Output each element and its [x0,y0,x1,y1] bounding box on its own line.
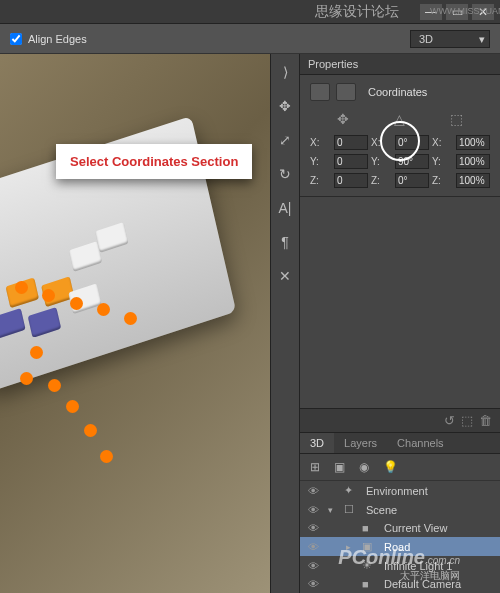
type-icon: ✦ [344,484,360,497]
visibility-icon[interactable]: 👁 [308,522,322,534]
render-icon[interactable]: ⬚ [461,413,473,428]
x-rot-input[interactable] [395,135,429,150]
visibility-icon[interactable]: 👁 [308,578,322,590]
x-scale-input[interactable] [456,135,490,150]
path-point[interactable] [100,450,113,463]
reset-icon[interactable]: ↺ [444,413,455,428]
workspace-select[interactable]: 3D [410,30,490,48]
tool-rotate-icon[interactable]: ↻ [275,164,295,184]
coordinates-button[interactable] [336,83,356,101]
tab-3d[interactable]: 3D [300,433,334,453]
item-label: Current View [384,522,447,534]
coordinates-grid: X: X: X: Y: Y: Y: Z: Z: Z: [310,135,490,188]
canvas-area[interactable]: Select Coordinates Section [0,54,270,593]
visibility-icon[interactable]: 👁 [308,541,322,553]
expand-icon[interactable]: ▸ [346,542,356,552]
visibility-icon[interactable]: 👁 [308,485,322,497]
y-scale-input[interactable] [456,154,490,169]
type-icon: ■ [362,522,378,534]
expand-icon[interactable]: ⟩ [275,62,295,82]
rotation-icon: △ [394,111,405,127]
filter-scene-icon[interactable]: ⊞ [310,460,320,474]
forum-title: 思缘设计论坛 [315,3,399,21]
tab-channels[interactable]: Channels [387,433,453,453]
filter-material-icon[interactable]: ◉ [359,460,369,474]
path-point[interactable] [42,289,55,302]
visibility-icon[interactable]: 👁 [308,504,322,516]
tool-scale-icon[interactable]: ⤢ [275,130,295,150]
z-rot-label: Z: [371,175,392,186]
properties-tab[interactable]: Properties [300,54,500,75]
x-scale-label: X: [432,137,453,148]
properties-footer: ↺ ⬚ 🗑 [300,408,500,433]
path-point[interactable] [70,297,83,310]
scene-tree: 👁✦Environment👁▾☐Scene👁■Current View👁▸▣Ro… [300,481,500,593]
path-point[interactable] [30,346,43,359]
scene-item-road[interactable]: 👁▸▣Road [300,537,500,556]
z-scale-label: Z: [432,175,453,186]
tool-text-icon[interactable]: A| [275,198,295,218]
item-label: Environment [366,485,428,497]
expand-icon[interactable]: ▾ [328,505,338,515]
path-point[interactable] [66,400,79,413]
scene-item-environment[interactable]: 👁✦Environment [300,481,500,500]
path-point[interactable] [97,303,110,316]
filter-mesh-icon[interactable]: ▣ [334,460,345,474]
annotation-callout: Select Coordinates Section [56,144,252,179]
item-label: Infinite Light 1 [384,560,453,572]
tab-layers[interactable]: Layers [334,433,387,453]
x-pos-label: X: [310,137,331,148]
path-point[interactable] [15,281,28,294]
y-scale-label: Y: [432,156,453,167]
scene-item-infinite-light-1[interactable]: 👁☀Infinite Light 1 [300,556,500,575]
y-pos-label: Y: [310,156,331,167]
path-point[interactable] [20,372,33,385]
filter-light-icon[interactable]: 💡 [383,460,398,474]
item-label: Scene [366,504,397,516]
collapsed-panel-strip: ⟩ ✥ ⤢ ↻ A| ¶ ✕ [270,54,300,593]
properties-panel: Coordinates ✥ △ ⬚ X: X: X: Y: Y: Y: Z: Z… [300,75,500,197]
align-edges-label: Align Edges [28,33,87,45]
type-icon: ■ [362,578,378,590]
align-edges-input[interactable] [10,33,22,45]
canvas-background [0,54,270,593]
item-label: Road [384,541,410,553]
x-pos-input[interactable] [334,135,368,150]
trash-icon[interactable]: 🗑 [479,413,492,428]
scene-item-current-view[interactable]: 👁■Current View [300,519,500,537]
type-icon: ☀ [362,559,378,572]
bottom-panel-tabs: 3D Layers Channels [300,433,500,454]
path-point[interactable] [124,312,137,325]
tool-measure-icon[interactable]: ✕ [275,266,295,286]
type-icon: ☐ [344,503,360,516]
z-pos-label: Z: [310,175,331,186]
x-rot-label: X: [371,137,392,148]
3d-filter-row: ⊞ ▣ ◉ 💡 [300,454,500,481]
position-icon: ✥ [337,111,349,127]
tool-paragraph-icon[interactable]: ¶ [275,232,295,252]
z-pos-input[interactable] [334,173,368,188]
right-panels: Properties Coordinates ✥ △ ⬚ X: X: X: Y:… [300,54,500,593]
scale-icon: ⬚ [450,111,463,127]
y-rot-label: Y: [371,156,392,167]
scene-item-default-camera[interactable]: 👁■Default Camera [300,575,500,593]
mesh-properties-button[interactable] [310,83,330,101]
z-rot-input[interactable] [395,173,429,188]
visibility-icon[interactable]: 👁 [308,560,322,572]
path-point[interactable] [84,424,97,437]
tool-move-icon[interactable]: ✥ [275,96,295,116]
z-scale-input[interactable] [456,173,490,188]
options-bar: Align Edges 3D [0,24,500,54]
type-icon: ▣ [362,540,378,553]
title-bar: 思缘设计论坛 WWW.MISSYUAN.COM — ▭ ✕ [0,0,500,24]
scene-item-scene[interactable]: 👁▾☐Scene [300,500,500,519]
site-url: WWW.MISSYUAN.COM [430,6,500,16]
y-pos-input[interactable] [334,154,368,169]
y-rot-input[interactable] [395,154,429,169]
coordinates-heading: Coordinates [368,86,427,98]
path-point[interactable] [48,379,61,392]
item-label: Default Camera [384,578,461,590]
align-edges-checkbox[interactable]: Align Edges [10,33,87,45]
